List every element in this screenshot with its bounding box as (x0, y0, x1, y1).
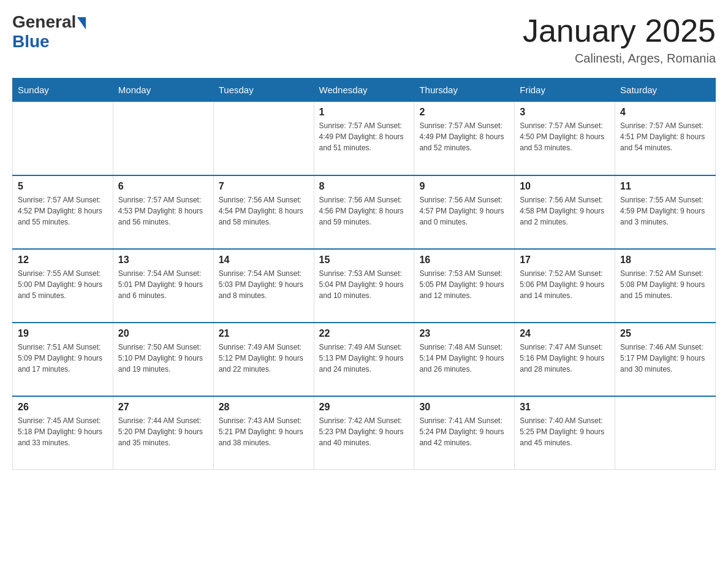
day-number: 14 (219, 255, 309, 266)
day-info: Sunrise: 7:40 AM Sunset: 5:25 PM Dayligh… (520, 415, 610, 448)
day-number: 26 (18, 402, 108, 413)
calendar-day-cell: 13Sunrise: 7:54 AM Sunset: 5:01 PM Dayli… (113, 249, 213, 323)
logo-text: General (12, 12, 86, 32)
calendar-day-cell: 30Sunrise: 7:41 AM Sunset: 5:24 PM Dayli… (414, 396, 515, 470)
day-number: 31 (520, 402, 610, 413)
day-info: Sunrise: 7:55 AM Sunset: 4:59 PM Dayligh… (620, 194, 710, 228)
day-number: 27 (118, 402, 208, 413)
month-title: January 2025 (523, 12, 716, 49)
day-info: Sunrise: 7:55 AM Sunset: 5:00 PM Dayligh… (18, 268, 108, 301)
calendar-day-cell: 14Sunrise: 7:54 AM Sunset: 5:03 PM Dayli… (213, 249, 314, 323)
day-number: 29 (319, 402, 409, 413)
day-info: Sunrise: 7:45 AM Sunset: 5:18 PM Dayligh… (18, 415, 108, 448)
day-info: Sunrise: 7:54 AM Sunset: 5:01 PM Dayligh… (118, 268, 208, 301)
day-info: Sunrise: 7:42 AM Sunset: 5:23 PM Dayligh… (319, 415, 409, 448)
calendar-week-row: 19Sunrise: 7:51 AM Sunset: 5:09 PM Dayli… (13, 323, 716, 396)
day-number: 20 (118, 328, 208, 339)
calendar-day-cell: 1Sunrise: 7:57 AM Sunset: 4:49 PM Daylig… (314, 102, 414, 175)
day-info: Sunrise: 7:43 AM Sunset: 5:21 PM Dayligh… (219, 415, 309, 448)
day-number: 12 (18, 255, 108, 266)
day-number: 13 (118, 255, 208, 266)
day-number: 30 (419, 402, 509, 413)
calendar-day-cell: 29Sunrise: 7:42 AM Sunset: 5:23 PM Dayli… (314, 396, 414, 470)
day-number: 18 (620, 255, 710, 266)
day-number: 23 (419, 328, 509, 339)
day-info: Sunrise: 7:48 AM Sunset: 5:14 PM Dayligh… (419, 342, 509, 375)
day-number: 17 (520, 255, 610, 266)
day-of-week-header: Thursday (414, 79, 515, 102)
day-info: Sunrise: 7:50 AM Sunset: 5:10 PM Dayligh… (118, 342, 208, 375)
day-of-week-header: Friday (515, 79, 615, 102)
day-number: 28 (219, 402, 309, 413)
calendar-day-cell: 11Sunrise: 7:55 AM Sunset: 4:59 PM Dayli… (615, 175, 716, 249)
calendar-day-cell: 8Sunrise: 7:56 AM Sunset: 4:56 PM Daylig… (314, 175, 414, 249)
day-number: 22 (319, 328, 409, 339)
day-info: Sunrise: 7:53 AM Sunset: 5:04 PM Dayligh… (319, 268, 409, 301)
day-info: Sunrise: 7:56 AM Sunset: 4:56 PM Dayligh… (319, 194, 409, 228)
calendar-day-cell: 19Sunrise: 7:51 AM Sunset: 5:09 PM Dayli… (13, 323, 113, 396)
calendar-day-cell: 2Sunrise: 7:57 AM Sunset: 4:49 PM Daylig… (414, 102, 515, 175)
calendar-day-cell: 16Sunrise: 7:53 AM Sunset: 5:05 PM Dayli… (414, 249, 515, 323)
page-header: General Blue January 2025 Calinesti, Arg… (12, 12, 716, 66)
calendar-day-cell (213, 102, 314, 175)
day-info: Sunrise: 7:51 AM Sunset: 5:09 PM Dayligh… (18, 342, 108, 375)
calendar-day-cell: 4Sunrise: 7:57 AM Sunset: 4:51 PM Daylig… (615, 102, 716, 175)
calendar-table: SundayMondayTuesdayWednesdayThursdayFrid… (12, 78, 716, 470)
calendar-day-cell: 28Sunrise: 7:43 AM Sunset: 5:21 PM Dayli… (213, 396, 314, 470)
day-info: Sunrise: 7:41 AM Sunset: 5:24 PM Dayligh… (419, 415, 509, 448)
calendar-day-cell: 5Sunrise: 7:57 AM Sunset: 4:52 PM Daylig… (13, 175, 113, 249)
calendar-day-cell: 9Sunrise: 7:56 AM Sunset: 4:57 PM Daylig… (414, 175, 515, 249)
logo: General Blue (12, 12, 86, 52)
day-info: Sunrise: 7:57 AM Sunset: 4:50 PM Dayligh… (520, 120, 610, 153)
day-info: Sunrise: 7:56 AM Sunset: 4:57 PM Dayligh… (419, 194, 509, 228)
day-info: Sunrise: 7:57 AM Sunset: 4:49 PM Dayligh… (319, 120, 409, 153)
day-number: 24 (520, 328, 610, 339)
day-info: Sunrise: 7:56 AM Sunset: 4:54 PM Dayligh… (219, 194, 309, 228)
calendar-week-row: 5Sunrise: 7:57 AM Sunset: 4:52 PM Daylig… (13, 175, 716, 249)
logo-blue-text: Blue (12, 32, 50, 52)
day-number: 5 (18, 181, 108, 192)
day-number: 7 (219, 181, 309, 192)
day-info: Sunrise: 7:53 AM Sunset: 5:05 PM Dayligh… (419, 268, 509, 301)
calendar-week-row: 26Sunrise: 7:45 AM Sunset: 5:18 PM Dayli… (13, 396, 716, 470)
calendar-day-cell: 7Sunrise: 7:56 AM Sunset: 4:54 PM Daylig… (213, 175, 314, 249)
day-info: Sunrise: 7:46 AM Sunset: 5:17 PM Dayligh… (620, 342, 710, 375)
day-info: Sunrise: 7:56 AM Sunset: 4:58 PM Dayligh… (520, 194, 610, 228)
calendar-day-cell: 17Sunrise: 7:52 AM Sunset: 5:06 PM Dayli… (515, 249, 615, 323)
calendar-day-cell (615, 396, 716, 470)
day-info: Sunrise: 7:52 AM Sunset: 5:08 PM Dayligh… (620, 268, 710, 301)
day-of-week-header: Sunday (13, 79, 113, 102)
day-number: 2 (419, 107, 509, 118)
day-number: 9 (419, 181, 509, 192)
day-info: Sunrise: 7:57 AM Sunset: 4:53 PM Dayligh… (118, 194, 208, 228)
day-number: 3 (520, 107, 610, 118)
day-info: Sunrise: 7:49 AM Sunset: 5:12 PM Dayligh… (219, 342, 309, 375)
day-number: 1 (319, 107, 409, 118)
day-number: 21 (219, 328, 309, 339)
calendar-day-cell: 26Sunrise: 7:45 AM Sunset: 5:18 PM Dayli… (13, 396, 113, 470)
calendar-day-cell: 15Sunrise: 7:53 AM Sunset: 5:04 PM Dayli… (314, 249, 414, 323)
logo-triangle-icon (77, 17, 86, 29)
logo-general-text: General (12, 12, 76, 32)
day-of-week-header: Wednesday (314, 79, 414, 102)
day-of-week-header: Tuesday (213, 79, 314, 102)
calendar-day-cell: 21Sunrise: 7:49 AM Sunset: 5:12 PM Dayli… (213, 323, 314, 396)
day-info: Sunrise: 7:47 AM Sunset: 5:16 PM Dayligh… (520, 342, 610, 375)
day-info: Sunrise: 7:57 AM Sunset: 4:52 PM Dayligh… (18, 194, 108, 228)
calendar-day-cell: 12Sunrise: 7:55 AM Sunset: 5:00 PM Dayli… (13, 249, 113, 323)
calendar-day-cell: 25Sunrise: 7:46 AM Sunset: 5:17 PM Dayli… (615, 323, 716, 396)
day-number: 19 (18, 328, 108, 339)
calendar-day-cell: 23Sunrise: 7:48 AM Sunset: 5:14 PM Dayli… (414, 323, 515, 396)
calendar-day-cell (113, 102, 213, 175)
calendar-day-cell: 27Sunrise: 7:44 AM Sunset: 5:20 PM Dayli… (113, 396, 213, 470)
day-number: 16 (419, 255, 509, 266)
day-number: 10 (520, 181, 610, 192)
calendar-week-row: 12Sunrise: 7:55 AM Sunset: 5:00 PM Dayli… (13, 249, 716, 323)
location-subtitle: Calinesti, Arges, Romania (523, 52, 716, 66)
day-number: 11 (620, 181, 710, 192)
day-number: 8 (319, 181, 409, 192)
calendar-day-cell: 31Sunrise: 7:40 AM Sunset: 5:25 PM Dayli… (515, 396, 615, 470)
day-info: Sunrise: 7:57 AM Sunset: 4:51 PM Dayligh… (620, 120, 710, 153)
day-number: 6 (118, 181, 208, 192)
calendar-day-cell: 3Sunrise: 7:57 AM Sunset: 4:50 PM Daylig… (515, 102, 615, 175)
